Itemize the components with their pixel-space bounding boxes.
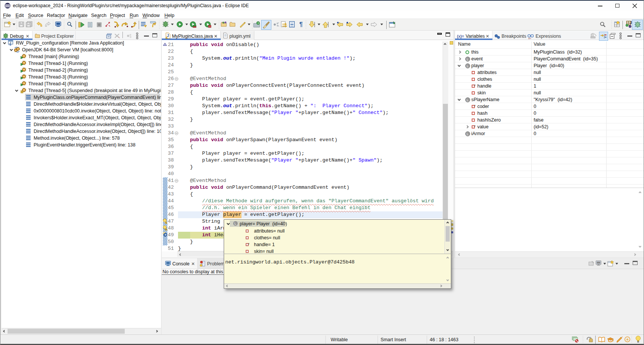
svg-text:F: F (248, 243, 250, 245)
svg-text:L: L (467, 98, 469, 102)
svg-text:J: J (9, 41, 11, 45)
svg-text:L: L (467, 132, 469, 136)
svg-text:F: F (474, 125, 476, 128)
svg-text:F: F (474, 85, 476, 87)
svg-text:L: L (467, 64, 469, 68)
svg-text:x=: x= (528, 37, 531, 39)
svg-text:F: F (474, 105, 476, 107)
svg-text:L: L (467, 57, 469, 61)
svg-text:J: J (167, 34, 169, 38)
